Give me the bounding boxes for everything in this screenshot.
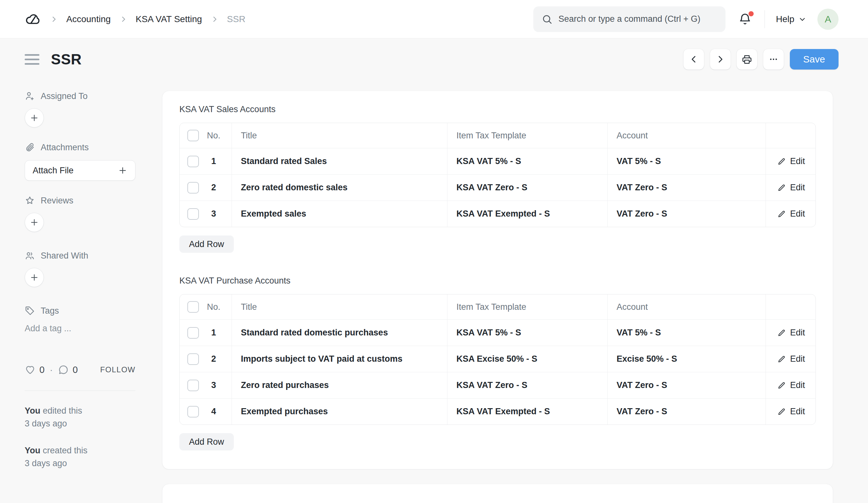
add-review-button[interactable] bbox=[25, 213, 44, 232]
row-checkbox[interactable] bbox=[187, 156, 199, 167]
purchase-accounts-table: No. Title Item Tax Template Account 1 St… bbox=[179, 294, 816, 425]
row-checkbox[interactable] bbox=[187, 208, 199, 220]
breadcrumb-accounting[interactable]: Accounting bbox=[66, 14, 111, 24]
add-row-button[interactable]: Add Row bbox=[179, 236, 234, 253]
table-row: 3 Zero rated purchases KSA VAT Zero - S … bbox=[180, 372, 815, 398]
table-header-row: No. Title Item Tax Template Account bbox=[180, 295, 815, 319]
cell-template[interactable]: KSA VAT Exempted - S bbox=[447, 201, 608, 227]
sidebar-divider bbox=[25, 391, 135, 391]
cell-template[interactable]: KSA VAT 5% - S bbox=[447, 320, 608, 346]
cell-title[interactable]: Standard rated domestic purchases bbox=[232, 320, 447, 346]
cell-account[interactable]: VAT Zero - S bbox=[608, 372, 766, 398]
tag-icon bbox=[25, 306, 35, 316]
activity-actor: You bbox=[25, 446, 40, 455]
breadcrumb: Accounting KSA VAT Setting SSR bbox=[25, 11, 245, 28]
row-checkbox[interactable] bbox=[187, 327, 199, 339]
cell-account[interactable]: Excise 50% - S bbox=[608, 346, 766, 372]
search-input[interactable] bbox=[558, 14, 717, 24]
comments-count: 0 bbox=[73, 365, 78, 375]
prev-record-button[interactable] bbox=[683, 49, 704, 70]
section-title-purchase: KSA VAT Purchase Accounts bbox=[179, 276, 816, 286]
cell-title[interactable]: Exempted sales bbox=[232, 201, 447, 227]
pencil-icon bbox=[777, 157, 786, 166]
attach-file-button[interactable]: Attach File bbox=[25, 160, 135, 181]
row-number: 3 bbox=[199, 380, 228, 390]
cell-template[interactable]: KSA VAT Exempted - S bbox=[447, 399, 608, 424]
user-avatar[interactable]: A bbox=[817, 9, 838, 30]
cell-title[interactable]: Zero rated purchases bbox=[232, 372, 447, 398]
next-record-button[interactable] bbox=[710, 49, 731, 70]
assigned-to-section: Assigned To bbox=[25, 91, 135, 101]
document-sidebar: Assigned To Attachments Attach File Revi… bbox=[25, 91, 135, 470]
cell-template[interactable]: KSA VAT Zero - S bbox=[447, 175, 608, 201]
cell-account[interactable]: VAT Zero - S bbox=[608, 201, 766, 227]
row-checkbox[interactable] bbox=[187, 353, 199, 365]
edit-row-button[interactable]: Edit bbox=[777, 354, 805, 364]
sidebar-toggle-hamburger-icon[interactable] bbox=[25, 53, 39, 66]
activity-action: edited this bbox=[40, 406, 82, 415]
table-header-row: No. Title Item Tax Template Account bbox=[180, 123, 815, 148]
cell-account[interactable]: VAT Zero - S bbox=[608, 175, 766, 201]
attachments-section: Attachments bbox=[25, 142, 135, 153]
top-navbar: Accounting KSA VAT Setting SSR Help bbox=[0, 0, 868, 39]
add-row-button[interactable]: Add Row bbox=[179, 433, 234, 450]
activity-entry: You created this 3 days ago bbox=[25, 444, 135, 470]
notifications-bell-icon[interactable] bbox=[736, 11, 754, 28]
edit-row-button[interactable]: Edit bbox=[777, 156, 805, 166]
cell-template[interactable]: KSA VAT 5% - S bbox=[447, 148, 608, 174]
edit-row-button[interactable]: Edit bbox=[777, 183, 805, 193]
add-assignment-button[interactable] bbox=[25, 108, 44, 127]
print-button[interactable] bbox=[737, 49, 757, 70]
page-title: SSR bbox=[51, 51, 82, 68]
activity-when: 3 days ago bbox=[25, 417, 135, 430]
dot-separator: · bbox=[50, 365, 53, 375]
global-search[interactable] bbox=[533, 7, 725, 32]
cell-title[interactable]: Standard rated Sales bbox=[232, 148, 447, 174]
edit-row-button[interactable]: Edit bbox=[777, 209, 805, 219]
row-number: 2 bbox=[199, 183, 228, 193]
sales-accounts-table: No. Title Item Tax Template Account 1 St… bbox=[179, 123, 816, 227]
column-header-no: No. bbox=[199, 302, 228, 312]
edit-row-button[interactable]: Edit bbox=[777, 328, 805, 338]
row-checkbox[interactable] bbox=[187, 380, 199, 391]
cell-title[interactable]: Imports subject to VAT paid at customs bbox=[232, 346, 447, 372]
likes-follow-row: 0 · 0 FOLLOW bbox=[25, 364, 135, 375]
cell-account[interactable]: VAT Zero - S bbox=[608, 399, 766, 424]
table-row: 3 Exempted sales KSA VAT Exempted - S VA… bbox=[180, 201, 815, 227]
cell-template[interactable]: KSA VAT Zero - S bbox=[447, 372, 608, 398]
app-logo-cloud-icon[interactable] bbox=[25, 11, 41, 28]
chevron-right-icon bbox=[50, 15, 58, 23]
row-checkbox[interactable] bbox=[187, 182, 199, 194]
edit-row-button[interactable]: Edit bbox=[777, 380, 805, 390]
chevron-right-icon bbox=[210, 15, 219, 23]
breadcrumb-ssr: SSR bbox=[227, 14, 246, 24]
help-menu[interactable]: Help bbox=[776, 14, 806, 24]
paperclip-icon bbox=[25, 142, 35, 153]
plus-icon bbox=[118, 166, 127, 175]
follow-button[interactable]: FOLLOW bbox=[100, 365, 135, 374]
cell-account[interactable]: VAT 5% - S bbox=[608, 320, 766, 346]
select-all-checkbox[interactable] bbox=[187, 301, 199, 313]
edit-row-button[interactable]: Edit bbox=[777, 407, 805, 417]
notification-dot bbox=[748, 11, 754, 16]
row-checkbox[interactable] bbox=[187, 406, 199, 418]
pencil-icon bbox=[777, 328, 786, 337]
cell-template[interactable]: KSA Excise 50% - S bbox=[447, 346, 608, 372]
activity-actor: You bbox=[25, 406, 40, 415]
heart-like-icon[interactable] bbox=[25, 364, 35, 375]
shared-with-label: Shared With bbox=[41, 251, 89, 261]
breadcrumb-ksa-vat-setting[interactable]: KSA VAT Setting bbox=[136, 14, 202, 24]
column-header-title: Title bbox=[232, 123, 447, 148]
save-button[interactable]: Save bbox=[790, 49, 838, 70]
cell-title[interactable]: Exempted purchases bbox=[232, 399, 447, 424]
table-row: 2 Zero rated domestic sales KSA VAT Zero… bbox=[180, 174, 815, 201]
cell-title[interactable]: Zero rated domestic sales bbox=[232, 175, 447, 201]
add-share-button[interactable] bbox=[25, 268, 44, 287]
row-number: 1 bbox=[199, 156, 228, 166]
cell-account[interactable]: VAT 5% - S bbox=[608, 148, 766, 174]
add-tag-input[interactable]: Add a tag ... bbox=[25, 324, 135, 333]
more-options-ellipsis-button[interactable] bbox=[763, 49, 784, 70]
speech-bubble-icon bbox=[58, 364, 69, 375]
select-all-checkbox[interactable] bbox=[187, 130, 199, 141]
tags-label: Tags bbox=[41, 306, 59, 316]
